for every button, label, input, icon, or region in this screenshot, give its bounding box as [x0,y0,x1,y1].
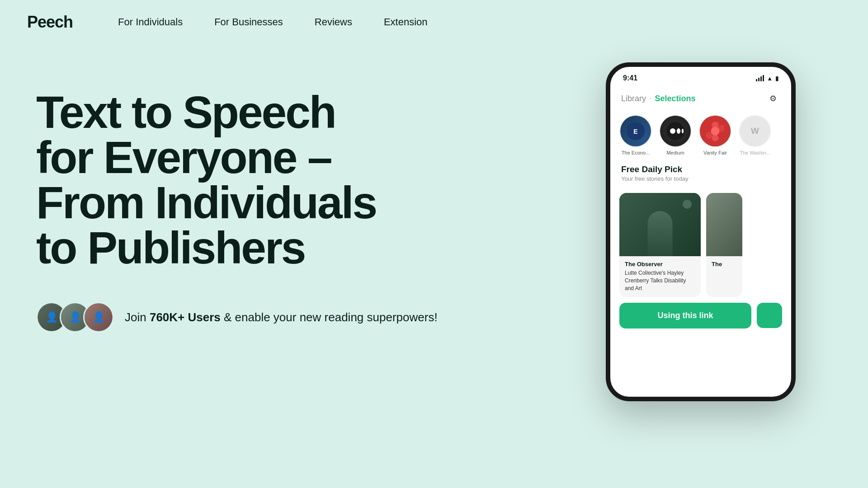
signal-bars-icon [756,75,764,81]
separator: · [650,95,651,102]
economist-logo-icon: E [627,122,645,140]
source-item-medium[interactable]: Medium [659,115,692,155]
user-count: 760K+ Users [150,310,221,324]
svg-point-10 [712,135,718,141]
signal-bar-4 [763,75,764,81]
source-vanity-img [700,116,731,146]
social-proof-text: Join 760K+ Users & enable your new readi… [125,310,438,324]
source-label-washington: The Washin... [740,150,770,155]
card-2-content: The [706,256,742,273]
card-2-image [706,193,742,256]
hero-left: Text to Speech for Everyone – From Indiv… [36,71,606,333]
nav-item-individuals[interactable]: For Individuals [118,16,183,28]
svg-text:E: E [633,128,637,135]
nav-link-reviews[interactable]: Reviews [315,16,352,28]
source-label-medium: Medium [666,150,684,155]
free-daily-subtitle: Your free stories for today [621,175,780,182]
nav-link-individuals[interactable]: For Individuals [118,16,183,28]
avatar-img-3: 👤 [85,303,113,331]
source-circle-medium [659,115,692,147]
cta-second-button[interactable] [757,303,782,328]
source-medium-img [660,116,691,146]
heading-line4: to Publishers [36,222,305,273]
card-2-publisher: The [712,261,737,267]
phone-mockup-container: 9:41 ▲ ▮ Library · Selectio [606,62,796,401]
battery-icon: ▮ [775,75,778,82]
nav-link-businesses[interactable]: For Businesses [214,16,283,28]
text-after: & enable your new reading superpowers! [221,310,438,324]
article-card-1[interactable]: The Observer Lutte Collective's Hayley C… [619,193,701,297]
source-item-economist[interactable]: E The Econo... [619,115,652,155]
source-label-economist: The Econo... [622,150,650,155]
library-selections-tabs: Library · Selections [621,94,695,103]
cta-buttons-row: Using this link [610,303,791,338]
source-circle-vanity [699,115,731,147]
source-item-vanity-fair[interactable]: Vanity Fair [699,115,731,155]
nav-link-extension[interactable]: Extension [384,16,428,28]
logo[interactable]: Peech [27,13,73,32]
article-cards-row: The Observer Lutte Collective's Hayley C… [610,188,791,303]
free-daily-section: Free Daily Pick Your free stories for to… [610,163,791,188]
sources-row: E The Econo... [610,111,791,163]
selections-tab[interactable]: Selections [655,94,695,103]
article-card-2: The [706,193,742,297]
source-item-washington[interactable]: W The Washin... [739,115,771,155]
text-before: Join [125,310,150,324]
svg-point-3 [670,128,675,134]
signal-bar-3 [760,76,762,81]
user-avatars: 👤 👤 👤 [36,302,114,333]
card-person-silhouette [648,211,673,256]
phone-mockup: 9:41 ▲ ▮ Library · Selectio [606,62,796,401]
nav-links: For Individuals For Businesses Reviews E… [118,16,427,28]
navigation: Peech For Individuals For Businesses Rev… [0,0,868,44]
social-proof: 👤 👤 👤 Join 760K+ Users & enable your new… [36,302,606,333]
washington-logo-icon: W [740,115,770,147]
vanity-fair-flower-icon [700,115,731,147]
signal-bar-2 [758,78,760,81]
hero-heading: Text to Speech for Everyone – From Indiv… [36,89,398,270]
wifi-icon: ▲ [767,75,773,82]
phone-time: 9:41 [623,74,637,82]
phone-header: Library · Selections ⚙ [610,82,791,111]
using-link-button[interactable]: Using this link [619,303,751,328]
nav-item-extension[interactable]: Extension [384,16,428,28]
card-1-publisher: The Observer [625,261,695,267]
signal-bar-1 [756,79,757,81]
card-1-content: The Observer Lutte Collective's Hayley C… [619,256,701,297]
source-washington-img: W [740,116,770,146]
free-daily-title: Free Daily Pick [621,164,780,174]
svg-point-13 [711,127,720,136]
phone-status-bar: 9:41 ▲ ▮ [610,67,791,82]
heading-line1: Text to Speech [36,87,335,137]
svg-point-4 [677,128,680,134]
source-econ-img: E [620,116,651,146]
source-circle-washington: W [739,115,771,147]
source-label-vanity: Vanity Fair [703,150,727,155]
heading-line2: for Everyone – [36,132,331,183]
card-1-image [619,193,701,256]
svg-text:W: W [751,126,759,136]
card-foliage [683,200,692,209]
medium-logo-icon [666,122,684,140]
card-1-headline: Lutte Collective's Hayley Crenberry Talk… [625,269,695,292]
status-icons: ▲ ▮ [756,75,778,82]
svg-point-5 [682,129,684,133]
source-circle-economist: E [619,115,652,147]
nav-item-businesses[interactable]: For Businesses [214,16,283,28]
hero-section: Text to Speech for Everyone – From Indiv… [0,44,868,474]
nav-item-reviews[interactable]: Reviews [315,16,352,28]
library-tab[interactable]: Library [621,94,646,103]
heading-line3: From Individuals [36,177,376,228]
avatar-3: 👤 [83,302,114,333]
settings-gear-icon[interactable]: ⚙ [766,91,780,106]
